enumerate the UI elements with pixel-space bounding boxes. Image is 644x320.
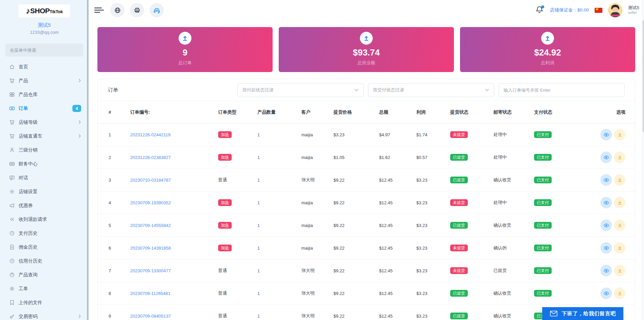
stat-label: 总营业额: [358, 60, 375, 66]
chat-offline-bar[interactable]: 下班了，给我们留言吧: [542, 307, 623, 320]
pickup-status-badge: 已提货: [450, 313, 468, 319]
password-icon: [9, 314, 15, 319]
refund-icon: [9, 216, 15, 222]
sidebar-item-commission-history[interactable]: 佣金历史: [0, 240, 89, 254]
sidebar-item-home[interactable]: 首页: [0, 60, 89, 74]
stat-value: $24.92: [534, 47, 561, 58]
order-link[interactable]: 20230710-03184787: [130, 178, 171, 183]
shop-train-icon: [9, 133, 15, 139]
download-order-button[interactable]: [614, 129, 625, 140]
pickup-status-badge: 已提货: [450, 290, 468, 297]
download-order-button[interactable]: [614, 242, 625, 254]
order-type-badge: 加急: [218, 245, 232, 251]
eye-icon: [603, 269, 609, 273]
pay-status-badge: 已支付: [534, 245, 552, 251]
chat-message: 下班了，给我们留言吧: [562, 311, 616, 317]
pickup-status-badge: 未提货: [450, 199, 468, 206]
view-order-button[interactable]: [600, 242, 612, 254]
chevron-right-icon: [78, 314, 81, 320]
pickup-status-badge: 已提货: [450, 154, 468, 161]
view-order-button[interactable]: [600, 288, 612, 299]
headset-icon: [153, 7, 160, 14]
sidebar-item-refund-requests[interactable]: 收到退款请求: [0, 212, 89, 226]
topbar-user[interactable]: 测试5 seller: [628, 5, 639, 15]
download-order-button[interactable]: [614, 288, 625, 299]
pay-status-badge: 已支付: [534, 199, 552, 206]
sidebar-item-products[interactable]: 产品: [0, 74, 89, 88]
order-link[interactable]: 20230709-14555842: [130, 223, 171, 228]
view-order-button[interactable]: [600, 265, 612, 276]
sidebar-item-coupons[interactable]: 优惠券: [0, 199, 89, 212]
view-order-button[interactable]: [600, 152, 612, 163]
stat-card-total-profit: $24.92 总利润: [460, 27, 635, 72]
order-link[interactable]: 20230709-14391858: [130, 246, 171, 251]
download-order-button[interactable]: [614, 220, 625, 231]
print-button[interactable]: [130, 3, 144, 17]
page-scrollbar[interactable]: [642, 0, 644, 320]
sidebar-item-product-warehouse[interactable]: 产品仓库: [0, 88, 89, 101]
sidebar-item-transaction-password[interactable]: 交易密码: [0, 310, 89, 320]
sidebar-item-shop-settings[interactable]: 店铺设置: [0, 185, 89, 199]
order-link[interactable]: 20230709-19390352: [130, 200, 171, 205]
chevron-down-icon: [485, 89, 489, 91]
view-order-button[interactable]: [600, 197, 612, 208]
avatar[interactable]: [608, 3, 622, 17]
credit-history-icon: [9, 258, 15, 264]
envelope-icon: [550, 311, 558, 317]
order-link[interactable]: 20231226-02383827: [130, 155, 171, 160]
sidebar-item-finance-center[interactable]: 财务中心: [0, 157, 89, 171]
download-order-button[interactable]: [614, 174, 625, 186]
view-order-button[interactable]: [600, 129, 612, 140]
upload-arrow-icon: [360, 32, 373, 45]
order-link[interactable]: 20230709-13300477: [130, 268, 171, 273]
download-order-button[interactable]: [614, 265, 625, 276]
finance-icon: [9, 161, 15, 167]
notifications-button[interactable]: [535, 5, 544, 15]
order-link[interactable]: 20231226-02442119: [130, 132, 170, 137]
hamburger-icon: [94, 7, 104, 14]
sidebar-item-product-query[interactable]: 产品查询: [0, 268, 89, 282]
download-order-button[interactable]: [614, 197, 625, 208]
delivery-status-filter[interactable]: 按交付状态过滤: [368, 83, 494, 97]
sidebar-item-credit-history[interactable]: 信用分历史: [0, 254, 89, 268]
warehouse-icon: [9, 92, 15, 97]
app-logo[interactable]: ♪ SHOP TikTok: [19, 4, 70, 17]
download-order-button[interactable]: [614, 152, 625, 163]
pay-status-badge: 已支付: [534, 131, 552, 138]
globe-icon: [114, 7, 121, 14]
uploads-icon: [9, 300, 15, 305]
sidebar-item-shop-level[interactable]: 店铺等级: [0, 115, 89, 129]
sidebar-item-uploaded-files[interactable]: 上传的文件: [0, 296, 89, 310]
commission-icon: [9, 244, 15, 250]
download-icon: [617, 268, 622, 273]
pay-status-badge: 已支付: [534, 267, 552, 274]
support-button[interactable]: [150, 3, 164, 17]
language-button[interactable]: [110, 3, 124, 17]
menu-search-input[interactable]: [5, 44, 83, 56]
payment-status-filter[interactable]: 按付款状态过滤: [237, 83, 364, 97]
sidebar-item-tickets[interactable]: 工单: [0, 282, 89, 296]
view-order-button[interactable]: [600, 174, 612, 186]
sidebar-item-payment-history[interactable]: 支付历史: [0, 226, 89, 240]
pay-status-badge: 已支付: [534, 290, 552, 297]
home-icon: [9, 64, 15, 70]
eye-icon: [603, 133, 609, 137]
sidebar-item-chat[interactable]: 对话: [0, 171, 89, 185]
sidebar-item-distribution[interactable]: 三级分销: [0, 143, 89, 157]
sidebar-item-orders[interactable]: 订单 4: [0, 101, 89, 115]
order-link[interactable]: 20230709-08405137: [130, 314, 171, 319]
topbar-user-role: seller: [628, 10, 639, 15]
stat-value: $93.74: [353, 47, 380, 58]
china-flag-icon[interactable]: ★: [595, 8, 602, 13]
eye-icon: [603, 178, 609, 182]
sidebar: ♪ SHOP TikTok 测试5 1233@qq.com 首页 产品 产品仓库…: [0, 0, 89, 320]
download-icon: [617, 178, 622, 183]
order-link[interactable]: 20230709-11265481: [130, 291, 170, 296]
view-order-button[interactable]: [600, 220, 612, 231]
orders-title: 订单: [108, 87, 118, 93]
sidebar-item-shop-train[interactable]: 店铺直通车: [0, 129, 89, 143]
order-number-search-input[interactable]: [499, 83, 625, 97]
menu-toggle-button[interactable]: [94, 6, 106, 15]
shop-deposit[interactable]: 店铺保证金：$0.00: [550, 7, 589, 13]
stat-card-total-revenue: $93.74 总营业额: [279, 27, 454, 72]
